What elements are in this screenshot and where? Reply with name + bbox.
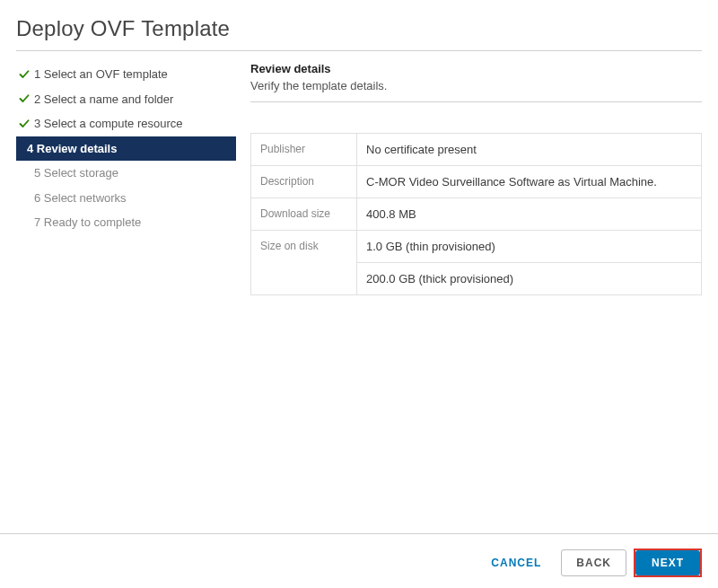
step-4-review-details[interactable]: 4 Review details <box>16 136 236 162</box>
step-5-select-storage: 5 Select storage <box>16 161 236 186</box>
check-icon <box>18 68 31 81</box>
check-icon <box>18 92 31 105</box>
step-3-select-compute-resource[interactable]: 3 Select a compute resource <box>16 111 236 136</box>
download-size-key: Download size <box>251 198 357 231</box>
table-row: Description C-MOR Video Surveillance Sof… <box>251 166 702 198</box>
description-key: Description <box>251 166 357 198</box>
table-row: Publisher No certificate present <box>251 134 702 166</box>
step-label: 3 Select a compute resource <box>34 115 182 133</box>
step-label: 1 Select an OVF template <box>34 66 168 83</box>
next-button-highlight: NEXT <box>634 549 702 577</box>
wizard-sidebar: 1 Select an OVF template 2 Select a name… <box>16 60 236 295</box>
dialog-title: Deploy OVF Template <box>16 16 702 51</box>
details-table: Publisher No certificate present Descrip… <box>250 133 702 295</box>
next-button[interactable]: NEXT <box>635 550 700 575</box>
step-2-select-name-folder[interactable]: 2 Select a name and folder <box>16 87 236 112</box>
table-row: Size on disk 1.0 GB (thin provisioned) <box>251 231 702 263</box>
spacer <box>18 167 31 180</box>
check-icon <box>18 118 31 130</box>
download-size-value: 400.8 MB <box>357 198 702 231</box>
step-label: 6 Select networks <box>34 189 127 207</box>
back-button[interactable]: BACK <box>561 549 626 576</box>
section-subtitle: Verify the template details. <box>250 79 702 102</box>
step-label: 4 Review details <box>27 140 117 158</box>
step-6-select-networks: 6 Select networks <box>16 186 236 211</box>
size-on-disk-thick-value: 200.0 GB (thick provisioned) <box>357 263 702 295</box>
publisher-value: No certificate present <box>357 134 702 166</box>
publisher-key: Publisher <box>251 134 357 166</box>
spacer <box>18 216 31 229</box>
table-row: Download size 400.8 MB <box>251 198 702 231</box>
step-label: 2 Select a name and folder <box>34 91 173 109</box>
dialog-footer: CANCEL BACK NEXT <box>0 533 718 577</box>
step-label: 7 Ready to complete <box>34 214 141 232</box>
step-7-ready-to-complete: 7 Ready to complete <box>16 210 236 235</box>
cancel-button[interactable]: CANCEL <box>478 549 554 576</box>
size-on-disk-thin-value: 1.0 GB (thin provisioned) <box>357 231 702 263</box>
step-label: 5 Select storage <box>34 164 118 182</box>
description-value: C-MOR Video Surveillance Software as Vir… <box>357 166 702 198</box>
section-title: Review details <box>250 62 702 75</box>
size-on-disk-key: Size on disk <box>251 231 357 295</box>
main-panel: Review details Verify the template detai… <box>236 60 702 295</box>
spacer <box>18 191 31 204</box>
step-1-select-ovf-template[interactable]: 1 Select an OVF template <box>16 62 236 87</box>
